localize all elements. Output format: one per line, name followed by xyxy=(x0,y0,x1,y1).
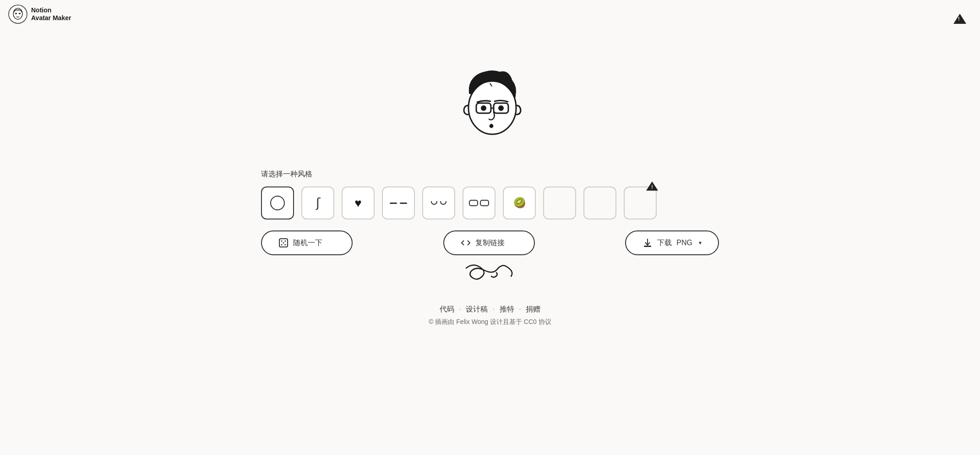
svg-point-0 xyxy=(9,5,27,23)
svg-rect-2 xyxy=(15,13,17,14)
svg-point-15 xyxy=(285,241,286,242)
style-section-label: 请选择一种风格 xyxy=(261,170,719,179)
curve-left xyxy=(431,201,437,205)
app-title: Notion Avatar Maker xyxy=(31,6,71,22)
main-content: 请选择一种风格 ʃ ♥ xyxy=(0,0,980,326)
hook-icon: ʃ xyxy=(316,197,320,209)
separator-1: · xyxy=(459,305,461,313)
svg-text:!: ! xyxy=(651,184,653,190)
copy-link-button-label: 复制链接 xyxy=(475,238,505,248)
random-button[interactable]: 随机一下 xyxy=(261,230,353,255)
warning-triangle-indicator xyxy=(953,14,966,24)
svg-point-8 xyxy=(481,105,486,111)
eyes-dash-icon xyxy=(390,203,407,204)
style-option-glasses[interactable] xyxy=(463,186,495,219)
download-icon xyxy=(642,238,653,248)
avatar-preview xyxy=(444,55,536,147)
separator-3: · xyxy=(519,305,521,313)
copy-link-button[interactable]: 复制链接 xyxy=(443,230,535,255)
header: Notion Avatar Maker xyxy=(8,5,71,24)
style-option-empty-2[interactable] xyxy=(583,186,616,219)
footer-link-recommend[interactable]: 推特 xyxy=(500,305,514,313)
style-option-circle[interactable] xyxy=(261,186,294,219)
heart-icon: ♥ xyxy=(354,196,361,210)
download-button-label: 下载 xyxy=(657,238,672,248)
footer-credit: © 插画由 Felix Wong 设计且基于 CC0 协议 xyxy=(429,318,551,326)
style-option-eyes-dash[interactable] xyxy=(382,186,415,219)
bird-icon: 🥝 xyxy=(513,197,526,209)
svg-point-14 xyxy=(281,241,283,242)
svg-point-16 xyxy=(281,244,283,246)
dice-icon xyxy=(278,238,289,248)
svg-point-9 xyxy=(498,105,504,111)
style-option-hook[interactable]: ʃ xyxy=(301,186,334,219)
download-button[interactable]: 下载 PNG ▾ xyxy=(625,230,719,255)
svg-rect-3 xyxy=(19,13,21,14)
style-option-warning-wrapper: ! xyxy=(624,186,657,219)
svg-point-18 xyxy=(283,242,284,244)
warning-triangle-top: ! xyxy=(646,181,659,191)
code-icon xyxy=(461,238,471,248)
app-title-line2: Avatar Maker xyxy=(31,14,71,22)
signature-decoration xyxy=(457,259,521,286)
footer: 代码 · 设计稿 · 推特 · 捐赠 © 插画由 Felix Wong 设计且基… xyxy=(429,305,551,326)
buttons-section: 随机一下 复制链接 下载 P xyxy=(169,230,811,286)
style-option-bird[interactable]: 🥝 xyxy=(503,186,536,219)
svg-rect-20 xyxy=(644,246,651,247)
footer-link-code[interactable]: 代码 xyxy=(440,305,454,313)
random-button-label: 随机一下 xyxy=(293,238,322,248)
app-logo-icon xyxy=(8,5,27,24)
footer-link-design[interactable]: 设计稿 xyxy=(466,305,488,313)
style-option-heart[interactable]: ♥ xyxy=(342,186,375,219)
style-option-empty-3[interactable] xyxy=(624,186,657,219)
dash-right xyxy=(400,203,407,204)
avatar-display xyxy=(444,55,536,147)
download-dropdown-arrow: ▾ xyxy=(699,240,702,246)
glasses-icon xyxy=(469,200,489,206)
download-format-label: PNG xyxy=(676,239,692,247)
eyes-curve-icon xyxy=(431,201,446,205)
footer-links: 代码 · 设计稿 · 推特 · 捐赠 xyxy=(429,305,551,314)
lens-right xyxy=(480,200,489,206)
avatar-svg xyxy=(444,55,536,147)
circle-icon xyxy=(270,196,285,210)
style-section: 请选择一种风格 ʃ ♥ xyxy=(169,170,811,230)
copy-button-wrapper: 复制链接 xyxy=(443,230,535,286)
separator-2: · xyxy=(493,305,495,313)
lens-left xyxy=(469,200,478,206)
style-option-empty-1[interactable] xyxy=(543,186,576,219)
dash-left xyxy=(390,203,397,204)
style-option-eyes-curve[interactable] xyxy=(422,186,455,219)
app-title-line1: Notion xyxy=(31,6,71,14)
curve-right xyxy=(440,201,446,205)
svg-point-17 xyxy=(285,244,286,246)
style-options-row: ʃ ♥ xyxy=(261,186,719,219)
footer-link-donate[interactable]: 捐赠 xyxy=(526,305,540,313)
